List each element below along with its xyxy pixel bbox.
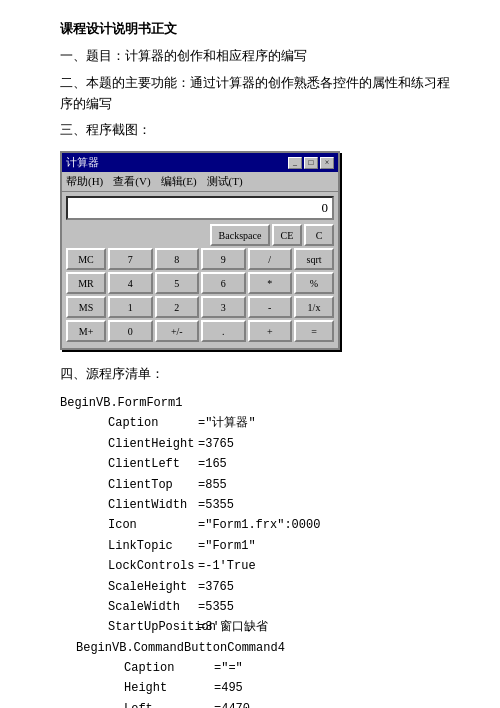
section-1: 一、题目：计算器的创作和相应程序的编写: [60, 46, 460, 67]
display-value: 0: [322, 200, 329, 216]
c-button[interactable]: C: [304, 224, 334, 246]
menu-help[interactable]: 帮助(H): [66, 174, 103, 189]
btn-5[interactable]: 5: [155, 272, 200, 294]
code-block: BeginVB.FormForm1 Caption ="计算器" ClientH…: [60, 393, 460, 708]
empty-space: [66, 224, 208, 246]
btn-sign[interactable]: +/-: [155, 320, 200, 342]
section-2: 二、本题的主要功能：通过计算器的创作熟悉各控件的属性和练习程序的编写: [60, 73, 460, 115]
prop-lockcontrols: LockControls =-1'True: [60, 556, 460, 576]
prop-name-clientleft: ClientLeft: [108, 454, 198, 474]
prop-name-linktopic: LinkTopic: [108, 536, 198, 556]
btn-prop-value-caption: ="=": [214, 658, 243, 678]
btn-reciprocal[interactable]: 1/x: [294, 296, 334, 318]
prop-value-clientheight: =3765: [198, 434, 234, 454]
menu-edit[interactable]: 编辑(E): [161, 174, 197, 189]
titlebar-buttons: _ □ ×: [288, 157, 334, 169]
btn-multiply[interactable]: *: [248, 272, 293, 294]
begin-btn-text: BeginVB.CommandButtonCommand4: [76, 638, 285, 658]
display-area: 0: [66, 196, 334, 220]
page-title: 课程设计说明书正文: [60, 20, 460, 38]
btn-percent[interactable]: %: [294, 272, 334, 294]
btn-6[interactable]: 6: [201, 272, 246, 294]
prop-value-clienttop: =855: [198, 475, 227, 495]
btn-1[interactable]: 1: [108, 296, 153, 318]
btn-decimal[interactable]: .: [201, 320, 246, 342]
btn-sqrt[interactable]: sqrt: [294, 248, 334, 270]
prop-linktopic: LinkTopic ="Form1": [60, 536, 460, 556]
btn-9[interactable]: 9: [201, 248, 246, 270]
ms-button[interactable]: MS: [66, 296, 106, 318]
prop-value-clientleft: =165: [198, 454, 227, 474]
maximize-button[interactable]: □: [304, 157, 318, 169]
prop-value-lockcontrols: =-1'True: [198, 556, 256, 576]
window-titlebar: 计算器 _ □ ×: [62, 153, 338, 172]
section-4: 四、源程序清单：: [60, 364, 460, 385]
btn-prop-name-left: Left: [124, 699, 214, 708]
minimize-button[interactable]: _: [288, 157, 302, 169]
mc-button[interactable]: MC: [66, 248, 106, 270]
prop-value-clientwidth: =5355: [198, 495, 234, 515]
prop-startupposition: StartUpPosition =3'窗口缺省: [60, 617, 460, 637]
prop-name-clienttop: ClientTop: [108, 475, 198, 495]
prop-value-scalewidth: =5355: [198, 597, 234, 617]
calc-row-3: MS 1 2 3 - 1/x: [66, 296, 334, 318]
prop-name-clientheight: ClientHeight: [108, 434, 198, 454]
prop-caption: Caption ="计算器": [60, 413, 460, 433]
prop-name-startupposition: StartUpPosition: [108, 617, 198, 637]
prop-value-icon: ="Form1.frx":0000: [198, 515, 320, 535]
prop-value-startupposition: =3'窗口缺省: [198, 617, 268, 637]
calculator-window: 计算器 _ □ × 帮助(H) 查看(V) 编辑(E) 测试(T) 0: [60, 151, 340, 350]
menu-view[interactable]: 查看(V): [113, 174, 150, 189]
calc-row-1: MC 7 8 9 / sqrt: [66, 248, 334, 270]
btn-minus[interactable]: -: [248, 296, 293, 318]
calculator-body: 0 Backspace CE C MC 7 8 9 / sqrt MR 4: [62, 192, 338, 348]
menu-items: 帮助(H) 查看(V) 编辑(E) 测试(T): [66, 174, 334, 189]
btn-0[interactable]: 0: [108, 320, 153, 342]
prop-name-lockcontrols: LockControls: [108, 556, 198, 576]
prop-clientleft: ClientLeft =165: [60, 454, 460, 474]
screenshot-section: 计算器 _ □ × 帮助(H) 查看(V) 编辑(E) 测试(T) 0: [60, 151, 460, 350]
btn-4[interactable]: 4: [108, 272, 153, 294]
prop-clientheight: ClientHeight =3765: [60, 434, 460, 454]
btn-prop-height: Height =495: [60, 678, 460, 698]
ce-button[interactable]: CE: [272, 224, 302, 246]
begin-btn-line: BeginVB.CommandButtonCommand4: [60, 638, 460, 658]
prop-name-scaleheight: ScaleHeight: [108, 577, 198, 597]
menu-test[interactable]: 测试(T): [207, 174, 243, 189]
btn-equals[interactable]: =: [294, 320, 334, 342]
btn-prop-name-caption: Caption: [124, 658, 214, 678]
btn-plus[interactable]: +: [248, 320, 293, 342]
top-button-row: Backspace CE C: [66, 224, 334, 246]
mplus-button[interactable]: M+: [66, 320, 106, 342]
prop-clienttop: ClientTop =855: [60, 475, 460, 495]
btn-prop-value-left: =4470: [214, 699, 250, 708]
backspace-button[interactable]: Backspace: [210, 224, 270, 246]
window-title: 计算器: [66, 155, 99, 170]
prop-name-clientwidth: ClientWidth: [108, 495, 198, 515]
prop-value-scaleheight: =3765: [198, 577, 234, 597]
begin-form-line: BeginVB.FormForm1: [60, 393, 460, 413]
section-3: 三、程序截图：: [60, 120, 460, 141]
mr-button[interactable]: MR: [66, 272, 106, 294]
btn-prop-caption: Caption ="=": [60, 658, 460, 678]
prop-clientwidth: ClientWidth =5355: [60, 495, 460, 515]
begin-form-text: BeginVB.FormForm1: [60, 393, 182, 413]
btn-3[interactable]: 3: [201, 296, 246, 318]
btn-prop-left: Left =4470: [60, 699, 460, 708]
prop-name-scalewidth: ScaleWidth: [108, 597, 198, 617]
calc-row-4: M+ 0 +/- . + =: [66, 320, 334, 342]
btn-prop-value-height: =495: [214, 678, 243, 698]
prop-name-caption: Caption: [108, 413, 198, 433]
prop-scaleheight: ScaleHeight =3765: [60, 577, 460, 597]
calc-row-2: MR 4 5 6 * %: [66, 272, 334, 294]
btn-divide[interactable]: /: [248, 248, 293, 270]
prop-scalewidth: ScaleWidth =5355: [60, 597, 460, 617]
btn-2[interactable]: 2: [155, 296, 200, 318]
btn-prop-name-height: Height: [124, 678, 214, 698]
prop-value-linktopic: ="Form1": [198, 536, 256, 556]
btn-7[interactable]: 7: [108, 248, 153, 270]
btn-8[interactable]: 8: [155, 248, 200, 270]
close-button[interactable]: ×: [320, 157, 334, 169]
window-menubar: 帮助(H) 查看(V) 编辑(E) 测试(T): [62, 172, 338, 192]
prop-name-icon: Icon: [108, 515, 198, 535]
